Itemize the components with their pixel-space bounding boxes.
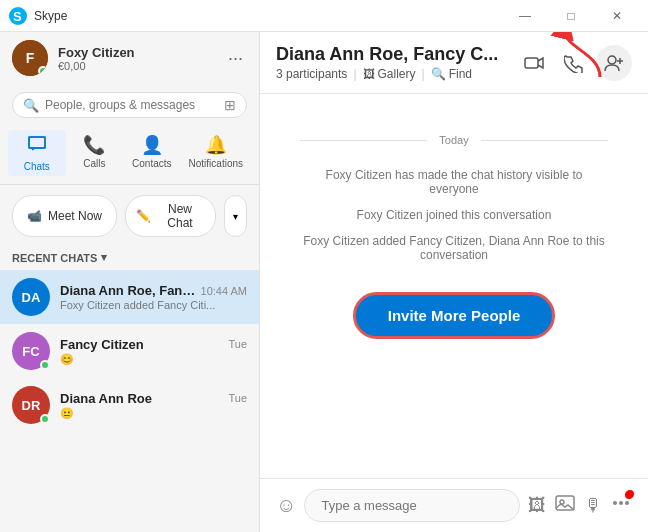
chat-title: Diana Ann Roe, Fancy C... (276, 44, 516, 65)
notification-badge (625, 491, 633, 499)
avatar: F (12, 40, 48, 76)
input-area: ☺ 🖼 🎙 (260, 478, 648, 532)
message-input[interactable] (304, 489, 520, 522)
chats-tab-label: Chats (24, 161, 50, 172)
gallery-link[interactable]: 🖼 Gallery (363, 67, 416, 81)
messages-area: Today Foxy Citizen has made the chat his… (260, 94, 648, 478)
system-message: Foxy Citizen joined this conversation (357, 208, 552, 222)
gallery-icon: 🖼 (363, 67, 375, 81)
participants-label: 3 participants (276, 67, 347, 81)
find-link[interactable]: 🔍 Find (431, 67, 472, 81)
calls-icon: 📞 (83, 134, 105, 156)
meet-icon: 📹 (27, 209, 42, 223)
search-box: 🔍 ⊞ (12, 92, 247, 118)
avatar: DA (12, 278, 50, 316)
sidebar: F Foxy Citizen €0,00 ··· 🔍 ⊞ (0, 32, 260, 532)
nav-tabs: Chats 📞 Calls 👤 Contacts 🔔 Notifications (0, 126, 259, 185)
add-person-button[interactable] (596, 45, 632, 81)
calls-tab-label: Calls (83, 158, 105, 169)
close-button[interactable]: ✕ (594, 0, 640, 32)
profile-info: Foxy Citizen €0,00 (58, 45, 224, 72)
svg-rect-3 (525, 58, 538, 68)
window-controls: — □ ✕ (502, 0, 640, 32)
new-chat-chevron[interactable]: ▾ (224, 195, 247, 237)
chat-time: 10:44 AM (201, 285, 247, 297)
svg-rect-2 (29, 137, 45, 148)
search-area: 🔍 ⊞ (0, 84, 259, 126)
invite-more-people-button[interactable]: Invite More People (353, 292, 556, 339)
chat-name-row: Diana Ann Roe, Fancy Citizen 10:44 AM (60, 283, 247, 298)
app-icon: S (8, 6, 28, 26)
main-content: F Foxy Citizen €0,00 ··· 🔍 ⊞ (0, 32, 648, 532)
app-title: Skype (34, 9, 502, 23)
chat-time: Tue (228, 392, 247, 404)
find-icon: 🔍 (431, 67, 446, 81)
contacts-tab-label: Contacts (132, 158, 171, 169)
online-dot (40, 414, 50, 424)
search-icon: 🔍 (23, 98, 39, 113)
online-status-dot (38, 66, 48, 76)
online-dot (40, 360, 50, 370)
chat-panel: Diana Ann Roe, Fancy C... 3 participants… (260, 32, 648, 532)
tab-chats[interactable]: Chats (8, 130, 66, 176)
edit-icon: ✏️ (136, 209, 151, 223)
date-divider: Today (300, 134, 608, 146)
system-message: Foxy Citizen added Fancy Citizen, Diana … (300, 234, 608, 262)
system-message: Foxy Citizen has made the chat history v… (300, 168, 608, 196)
chat-subtitle: 3 participants | 🖼 Gallery | 🔍 Find (276, 67, 516, 81)
chat-preview: 😐 (60, 407, 247, 420)
recent-chats-header[interactable]: RECENT CHATS ▾ (0, 247, 259, 270)
grid-icon[interactable]: ⊞ (224, 97, 236, 113)
date-label: Today (439, 134, 468, 146)
svg-point-9 (613, 501, 617, 505)
search-input[interactable] (45, 98, 218, 112)
chats-icon (27, 134, 47, 159)
chat-item[interactable]: FC Fancy Citizen Tue 😊 (0, 324, 259, 378)
image-upload-button[interactable]: 🖼 (528, 495, 546, 516)
avatar: FC (12, 332, 50, 370)
contacts-icon: 👤 (141, 134, 163, 156)
notifications-tab-label: Notifications (189, 158, 243, 169)
chat-name: Diana Ann Roe, Fancy Citizen (60, 283, 201, 298)
titlebar: S Skype — □ ✕ (0, 0, 648, 32)
chat-header: Diana Ann Roe, Fancy C... 3 participants… (260, 32, 648, 94)
svg-point-4 (608, 56, 616, 64)
tab-notifications[interactable]: 🔔 Notifications (181, 130, 251, 176)
chat-item[interactable]: DA Diana Ann Roe, Fancy Citizen 10:44 AM… (0, 270, 259, 324)
chat-info: Fancy Citizen Tue 😊 (60, 337, 247, 366)
chat-time: Tue (228, 338, 247, 350)
audio-button[interactable]: 🎙 (584, 495, 602, 516)
chat-item[interactable]: DR Diana Ann Roe Tue 😐 (0, 378, 259, 432)
meet-now-button[interactable]: 📹 Meet Now (12, 195, 117, 237)
chat-name: Fancy Citizen (60, 337, 144, 352)
profile-area: F Foxy Citizen €0,00 ··· (0, 32, 259, 84)
new-chat-button[interactable]: ✏️ New Chat (125, 195, 216, 237)
audio-call-button[interactable] (556, 45, 592, 81)
chat-preview: Foxy Citizen added Fancy Citi... (60, 299, 247, 311)
profile-name: Foxy Citizen (58, 45, 224, 60)
action-buttons: 📹 Meet Now ✏️ New Chat ▾ (0, 185, 259, 247)
svg-point-11 (625, 501, 629, 505)
tab-contacts[interactable]: 👤 Contacts (123, 130, 181, 176)
profile-menu-button[interactable]: ··· (224, 44, 247, 73)
video-call-button[interactable] (516, 45, 552, 81)
chat-name: Diana Ann Roe (60, 391, 152, 406)
media-button[interactable] (554, 492, 576, 519)
tab-calls[interactable]: 📞 Calls (66, 130, 124, 176)
chat-header-info: Diana Ann Roe, Fancy C... 3 participants… (276, 44, 516, 81)
maximize-button[interactable]: □ (548, 0, 594, 32)
svg-text:S: S (13, 9, 22, 24)
chat-info: Diana Ann Roe Tue 😐 (60, 391, 247, 420)
more-options-button[interactable] (610, 492, 632, 519)
notifications-icon: 🔔 (205, 134, 227, 156)
chat-list: DA Diana Ann Roe, Fancy Citizen 10:44 AM… (0, 270, 259, 532)
chat-info: Diana Ann Roe, Fancy Citizen 10:44 AM Fo… (60, 283, 247, 311)
chevron-down-icon: ▾ (101, 251, 107, 264)
header-actions (516, 45, 632, 81)
avatar: DR (12, 386, 50, 424)
profile-balance: €0,00 (58, 60, 224, 72)
emoji-button[interactable]: ☺ (276, 494, 296, 517)
svg-point-10 (619, 501, 623, 505)
minimize-button[interactable]: — (502, 0, 548, 32)
chat-preview: 😊 (60, 353, 247, 366)
